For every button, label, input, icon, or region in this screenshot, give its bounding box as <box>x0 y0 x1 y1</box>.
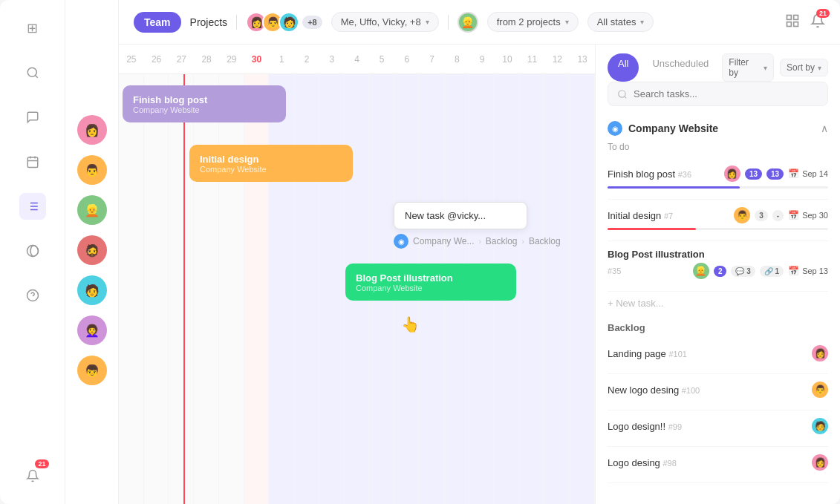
task-comment-illustration: 💬 3 <box>731 266 755 277</box>
date-9: 9 <box>469 54 495 65</box>
sidebar-icon-calendar[interactable] <box>19 148 46 175</box>
task-bar-initial-design[interactable]: Initial design Company Website <box>189 145 353 182</box>
avatar-user-4[interactable]: 🧔 <box>77 235 107 265</box>
tab-unscheduled[interactable]: Unscheduled <box>642 53 719 82</box>
avatar-column: 👩 👨 👱 🧔 🧑 👩‍🦱 👦 <box>65 0 119 504</box>
projects-label[interactable]: Projects <box>190 16 228 28</box>
progress-fill-initial <box>608 228 696 230</box>
member-filter[interactable]: Me, Uffo, Vicky, +8 ▾ <box>331 12 439 32</box>
date-5: 5 <box>369 54 394 65</box>
panel-tabs: All Unscheduled Filter by ▾ Sort by ▾ <box>596 45 840 82</box>
team-badge[interactable]: Team <box>134 12 181 33</box>
filter-by-btn[interactable]: Filter by ▾ <box>722 53 774 82</box>
col-26 <box>144 74 169 504</box>
new-task-input-container[interactable] <box>394 202 527 229</box>
col-1 <box>269 74 294 504</box>
search-input[interactable] <box>634 88 818 99</box>
new-task-row[interactable]: + New task... <box>608 292 828 315</box>
task-project-showhide: Company Website <box>356 284 506 292</box>
task-name-initial: Initial design <box>200 154 342 165</box>
date-6: 6 <box>394 54 420 65</box>
mini-avatar-3: 🧑 <box>279 12 299 33</box>
state-filter[interactable]: All states ▾ <box>587 12 654 32</box>
timeline-header: 25 26 27 28 29 30 1 2 3 4 5 6 7 8 9 10 1 <box>119 45 595 74</box>
task-date-finish: 📅 Sep 14 <box>788 168 828 179</box>
task-dash-initial: - <box>772 210 784 221</box>
task-meta-finish: 👩 13 13 📅 Sep 14 <box>724 166 828 182</box>
col-13 <box>570 74 595 504</box>
task-item-landing[interactable]: Landing page #101 👩 <box>608 338 828 374</box>
task-avatar-landing: 👩 <box>812 345 828 361</box>
breadcrumb-icon: ◉ <box>394 234 408 249</box>
project-avatar: 👱 <box>458 12 478 33</box>
sidebar-icon-tasks[interactable] <box>19 193 46 220</box>
date-11: 11 <box>520 54 545 65</box>
avatar-user-1[interactable]: 👩 <box>77 115 107 145</box>
task-item-initial[interactable]: Initial design #7 👨 3 - 📅 Sep 30 <box>608 200 828 241</box>
task-name-illustration: Blog Post illustration <box>608 249 828 260</box>
member-avatars[interactable]: 👩 👨 🧑 +8 <box>246 12 322 33</box>
col-28 <box>194 74 219 504</box>
task-meta-illustration: 👱 2 💬 3 🔗 1 📅 Sep 13 <box>693 263 828 279</box>
svg-rect-1 <box>27 157 38 168</box>
task-item-top-landing: Landing page #101 👩 <box>608 345 828 361</box>
date-7: 7 <box>420 54 445 65</box>
date-4: 4 <box>345 54 370 65</box>
breadcrumb-section1: Backlog <box>486 236 518 246</box>
sidebar-icon-notifications[interactable]: 21 <box>19 462 46 489</box>
task-num-illustration: #35 <box>608 266 621 275</box>
task-item-top-logo: New logo desing #100 👨 <box>608 382 828 398</box>
search-bar[interactable] <box>608 82 828 106</box>
search-icon <box>617 89 628 99</box>
col-11 <box>520 74 545 504</box>
layout-icon[interactable] <box>785 13 800 31</box>
avatar-user-6[interactable]: 👩‍🦱 <box>77 315 107 345</box>
notification-icon-top[interactable]: 21 <box>810 13 825 31</box>
avatar-user-7[interactable]: 👦 <box>77 356 107 385</box>
task-count-initial: 3 <box>755 210 768 221</box>
task-bar-show-hide[interactable]: Blog Post illustration Company Website <box>345 264 516 301</box>
task-item-finish[interactable]: Finish blog post #36 👩 13 13 📅 Sep 14 <box>608 158 828 200</box>
task-project-finish: Company Website <box>133 105 276 114</box>
task-item-logo-desing[interactable]: New logo desing #100 👨 <box>608 374 828 410</box>
task-name-landing: Landing page #101 <box>608 348 687 359</box>
task-link-illustration: 🔗 1 <box>760 266 784 277</box>
sidebar-icon-add[interactable]: ⊞ <box>19 15 46 42</box>
sidebar-icon-inbox[interactable] <box>19 104 46 131</box>
task-avatar-logo: 👨 <box>812 382 828 398</box>
avatar-user-3[interactable]: 👱 <box>77 195 107 225</box>
gantt-area: 25 26 27 28 29 30 1 2 3 4 5 6 7 8 9 10 1 <box>119 45 840 504</box>
sidebar-icon-help[interactable] <box>19 282 46 309</box>
task-name-logo-desing: New logo desing #100 <box>608 384 700 396</box>
svg-rect-16 <box>794 22 798 26</box>
tab-all[interactable]: All <box>608 53 639 82</box>
progress-bar-initial <box>608 228 828 230</box>
sort-by-btn[interactable]: Sort by ▾ <box>780 59 828 76</box>
project-filter[interactable]: from 2 projects ▾ <box>487 12 579 32</box>
new-task-field[interactable] <box>405 210 530 221</box>
task-item-blog-illustration[interactable]: Blog Post illustration #35 👱 2 💬 3 🔗 1 📅 <box>608 241 828 292</box>
avatar-user-5[interactable]: 🧑 <box>77 275 107 305</box>
task-item-top: Finish blog post #36 👩 13 13 📅 Sep 14 <box>608 166 828 182</box>
breadcrumb-project: Company We... <box>413 236 474 246</box>
task-avatar-logo2: 👩 <box>812 454 828 471</box>
task-item-logo-design[interactable]: Logo design!! #99 🧑 <box>608 410 828 447</box>
svg-rect-14 <box>787 15 792 19</box>
task-avatar-finish: 👩 <box>724 166 740 182</box>
task-bar-finish-blog-post[interactable]: Finish blog post Company Website <box>123 85 286 122</box>
col-25 <box>119 74 144 504</box>
sidebar-icon-search[interactable] <box>19 59 46 86</box>
col-27 <box>169 74 194 504</box>
sidebar-icon-chart[interactable] <box>19 238 46 264</box>
section-header-company: ◉ Company Website ∧ <box>608 114 828 140</box>
app-container: ⊞ <box>0 0 840 504</box>
task-name-logo-desing2: Logo desing #98 <box>608 457 677 468</box>
progress-fill-finish <box>608 186 740 189</box>
section-project-icon: ◉ <box>608 121 622 136</box>
task-item-logo-desing2[interactable]: Logo desing #98 👩 <box>608 447 828 483</box>
task-name-finish: Finish blog post <box>133 94 276 105</box>
collapse-btn[interactable]: ∧ <box>821 122 828 134</box>
avatar-user-2[interactable]: 👨 <box>77 155 107 185</box>
date-10: 10 <box>495 54 520 65</box>
progress-bar-finish <box>608 186 828 189</box>
